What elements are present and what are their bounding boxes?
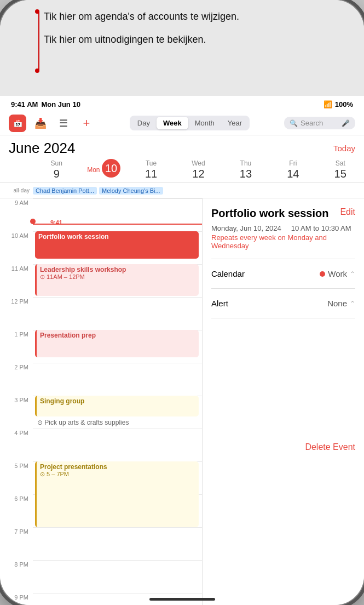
detail-time-text: 10 AM to 10:30 AM (291, 224, 351, 232)
detail-calendar-label: Calendar (211, 269, 245, 278)
detail-alert-label: Alert (211, 299, 228, 308)
mic-icon[interactable]: 🎤 (342, 119, 350, 127)
wifi-icon: 📶 (323, 100, 332, 109)
day-name-thu: Thu (240, 159, 252, 167)
time-label-8pm: 8 PM (0, 560, 33, 593)
day-headers: Sun 9 Mon 10 Tue 11 Wed 12 Thu 13 (0, 159, 364, 183)
detail-date: Monday, Jun 10, 2024 10 AM to 10:30 AM (211, 224, 355, 232)
current-time-label: 9:41 (33, 219, 62, 226)
day-header-wed: Wed 12 (175, 159, 222, 180)
toolbar-right: 🔍 Search 🎤 (284, 117, 355, 129)
time-row-4pm: 4 PM (0, 429, 202, 461)
event-singing[interactable]: Singing group (35, 396, 199, 416)
main-content: 9 AM 10 AM 11 AM 12 PM (0, 198, 364, 605)
event-leadership-time: ⊙ 11AM – 12PM (40, 273, 195, 281)
event-project[interactable]: Project presentations ⊙ 5 – 7PM (35, 461, 199, 527)
tooltip-dot1 (35, 9, 39, 14)
calendar-timeline[interactable]: 9 AM 10 AM 11 AM 12 PM (0, 198, 203, 605)
day-name-sat: Sat (336, 159, 345, 167)
add-event-button[interactable]: + (78, 115, 95, 132)
event-presentation[interactable]: Presentation prep (35, 330, 199, 357)
detail-row-alert: Alert None ⌃ (211, 294, 355, 312)
detail-calendar-value[interactable]: Work ⌃ (320, 269, 355, 278)
time-label-4pm: 4 PM (0, 429, 33, 461)
toolbar-left: 📅 📥 ☰ + (9, 115, 95, 132)
current-time-dot (30, 219, 36, 224)
work-dot (320, 271, 325, 277)
detail-date-text: Monday, Jun 10, 2024 (211, 224, 281, 232)
detail-alert-value[interactable]: None ⌃ (327, 299, 355, 308)
calendar-app: 9:41 AM Mon Jun 10 📶 100% 📅 📥 ☰ + Day We… (0, 96, 364, 605)
event-portfolio-title: Portfolio work session (38, 233, 195, 241)
event-portfolio[interactable]: Portfolio work session (35, 231, 199, 259)
time-line-2pm (33, 363, 202, 396)
calendar-icon-button[interactable]: 📅 (9, 115, 26, 132)
tooltip-area: Tik hier om agenda's of accounts te wijz… (0, 0, 364, 96)
tooltip-text-1: Tik hier om agenda's of accounts te wijz… (44, 10, 353, 23)
delete-event-button[interactable]: Delete Event (211, 433, 355, 456)
alert-chevron-icon: ⌃ (350, 300, 355, 307)
calendar-chevron-icon: ⌃ (350, 270, 355, 278)
day-header-sat: Sat 15 (317, 159, 364, 180)
day-header-tue: Tue 11 (128, 159, 175, 180)
today-button[interactable]: Today (333, 144, 355, 153)
day-name-sun: Sun (51, 159, 62, 167)
status-bar: 9:41 AM Mon Jun 10 📶 100% (0, 96, 364, 111)
day-num-fri: 14 (269, 167, 316, 180)
day-name-fri: Fri (289, 159, 297, 167)
allday-event-1[interactable]: Chad Benjamin Pott... (33, 187, 97, 195)
event-pickup[interactable]: ⊙ Pick up arts & crafts supplies (35, 418, 199, 427)
time-label-10am: 10 AM (0, 231, 33, 264)
day-num-wed: 12 (175, 167, 222, 180)
home-indicator (149, 598, 215, 601)
event-leadership[interactable]: Leadership skills workshop ⊙ 11AM – 12PM (35, 264, 199, 296)
time-row-7pm: 7 PM (0, 527, 202, 560)
day-name-mon: Mon (87, 166, 100, 174)
time-label-9am: 9 AM (0, 198, 33, 231)
time-label-1pm: 1 PM (0, 330, 33, 363)
allday-events: Chad Benjamin Pott... Melody Cheung's Bi… (33, 187, 364, 195)
current-time-line: 9:41 (33, 224, 202, 225)
day-header-thu: Thu 13 (222, 159, 269, 180)
battery-icon: 100% (335, 100, 353, 109)
calendar-value-text: Work (328, 269, 347, 278)
time-row-8pm: 8 PM (0, 560, 202, 593)
time-row-12pm: 12 PM (0, 297, 202, 330)
tooltip-text-2: Tik hier om uitnodigingen te bekijken. (44, 33, 353, 46)
event-project-time: ⊙ 5 – 7PM (40, 471, 195, 478)
event-project-title: Project presentations (40, 463, 195, 471)
search-box[interactable]: 🔍 Search 🎤 (284, 117, 355, 129)
time-label-12pm: 12 PM (0, 297, 33, 330)
search-icon: 🔍 (290, 119, 298, 127)
edit-button[interactable]: Edit (340, 207, 355, 217)
detail-divider-1 (211, 259, 355, 259)
time-line-4pm (33, 429, 202, 461)
month-name: June (9, 140, 39, 156)
list-button[interactable]: ☰ (55, 115, 72, 132)
time-line-9am (33, 198, 202, 231)
allday-event-2[interactable]: Melody Cheung's Bi... (99, 187, 163, 195)
detail-repeat: Repeats every week on Monday and Wednesd… (211, 233, 355, 250)
time-line-12pm (33, 297, 202, 330)
detail-divider-2 (211, 288, 355, 289)
day-header-sun: Sun 9 (33, 159, 80, 180)
tooltip-dot2 (35, 69, 39, 73)
view-btn-week[interactable]: Week (157, 117, 188, 129)
view-btn-day[interactable]: Day (131, 117, 157, 129)
month-header: June 2024 Today (0, 135, 364, 159)
day-num-sun: 9 (33, 167, 80, 180)
event-detail-panel: Portfolio work session Edit Monday, Jun … (203, 198, 364, 605)
toolbar: 📅 📥 ☰ + Day Week Month Year 🔍 Search 🎤 (0, 111, 364, 135)
month-title: June 2024 (9, 140, 75, 157)
view-btn-month[interactable]: Month (188, 117, 221, 129)
view-btn-year[interactable]: Year (221, 117, 249, 129)
time-line-8pm (33, 560, 202, 593)
detail-title: Portfolio work session (211, 207, 340, 220)
time-label-3pm: 3 PM (0, 396, 33, 429)
inbox-button[interactable]: 📥 (32, 115, 49, 132)
event-singing-title: Singing group (40, 397, 195, 405)
status-date: Mon Jun 10 (41, 100, 80, 109)
detail-row-calendar: Calendar Work ⌃ (211, 265, 355, 283)
tooltip-line1 (38, 11, 39, 71)
time-label-5pm: 5 PM (0, 461, 33, 494)
